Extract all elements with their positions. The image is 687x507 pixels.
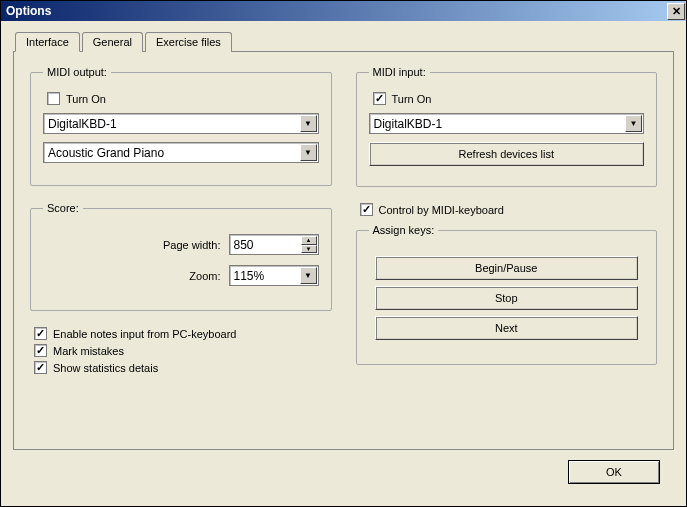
midi-output-instrument-select[interactable]: Acoustic Grand Piano [43,142,319,163]
midi-output-group: MIDI output: Turn On DigitalKBD-1 Acoust… [30,66,332,186]
midi-output-turnon-checkbox[interactable] [47,92,60,105]
enable-pc-keyboard-label: Enable notes input from PC-keyboard [53,328,236,340]
midi-input-legend: MIDI input: [369,66,430,78]
tab-exercise-files[interactable]: Exercise files [145,32,232,52]
options-dialog: Options ✕ Interface General Exercise fil… [0,0,687,507]
midi-output-device-value: DigitalKBD-1 [48,117,299,131]
enable-pc-keyboard-checkbox[interactable] [34,327,47,340]
midi-output-instrument-value: Acoustic Grand Piano [48,146,299,160]
midi-output-device-select[interactable]: DigitalKBD-1 [43,113,319,134]
window-title: Options [6,4,51,18]
ok-button[interactable]: OK [568,460,660,484]
dropdown-icon[interactable] [625,115,642,132]
zoom-value: 115% [234,269,299,283]
score-group: Score: Page width: 850 ▲ ▼ [30,202,332,311]
page-width-label: Page width: [163,239,220,251]
page-width-spinner[interactable]: 850 ▲ ▼ [229,234,319,255]
assign-keys-group: Assign keys: Begin/Pause Stop Next [356,224,658,365]
dropdown-icon[interactable] [300,115,317,132]
spin-up-icon[interactable]: ▲ [301,236,317,245]
client-area: Interface General Exercise files MIDI ou… [1,21,686,506]
midi-input-turnon-label: Turn On [392,93,432,105]
stop-button[interactable]: Stop [375,286,639,310]
tab-strip: Interface General Exercise files [15,31,674,51]
begin-pause-button[interactable]: Begin/Pause [375,256,639,280]
dropdown-icon[interactable] [300,144,317,161]
close-icon: ✕ [672,5,681,18]
control-midi-keyboard-checkbox[interactable] [360,203,373,216]
titlebar: Options ✕ [1,1,686,21]
tab-panel-interface: MIDI output: Turn On DigitalKBD-1 Acoust… [13,51,674,450]
next-button[interactable]: Next [375,316,639,340]
mark-mistakes-label: Mark mistakes [53,345,124,357]
close-button[interactable]: ✕ [667,3,685,20]
midi-input-turnon-checkbox[interactable] [373,92,386,105]
spin-down-icon[interactable]: ▼ [301,245,317,254]
dialog-footer: OK [13,450,674,496]
tab-interface[interactable]: Interface [15,32,80,52]
midi-output-turnon-label: Turn On [66,93,106,105]
mark-mistakes-checkbox[interactable] [34,344,47,357]
page-width-value: 850 [230,235,300,254]
midi-output-legend: MIDI output: [43,66,111,78]
zoom-label: Zoom: [189,270,220,282]
score-legend: Score: [43,202,83,214]
tab-general[interactable]: General [82,32,143,52]
midi-input-device-select[interactable]: DigitalKBD-1 [369,113,645,134]
dropdown-icon[interactable] [300,267,317,284]
zoom-combo[interactable]: 115% [229,265,319,286]
assign-keys-legend: Assign keys: [369,224,439,236]
refresh-devices-button[interactable]: Refresh devices list [369,142,645,166]
midi-input-group: MIDI input: Turn On DigitalKBD-1 Refresh… [356,66,658,187]
control-midi-keyboard-label: Control by MIDI-keyboard [379,204,504,216]
show-statistics-checkbox[interactable] [34,361,47,374]
show-statistics-label: Show statistics detais [53,362,158,374]
midi-input-device-value: DigitalKBD-1 [374,117,625,131]
